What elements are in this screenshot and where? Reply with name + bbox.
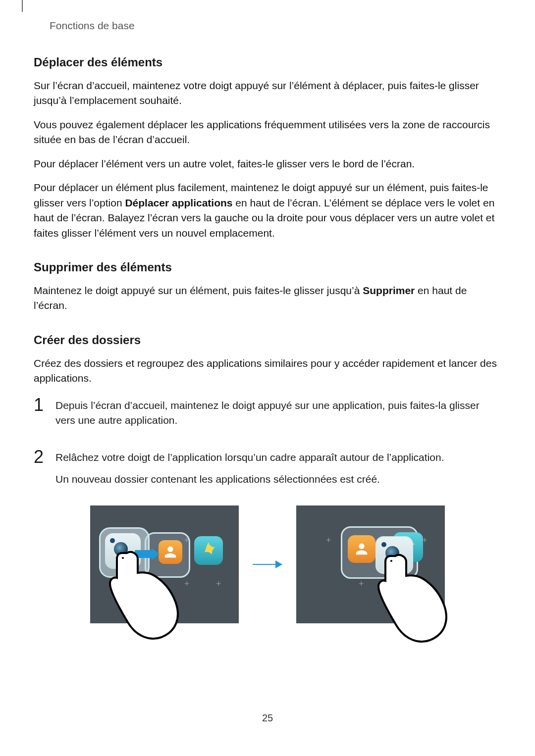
- flow-arrow-icon: [253, 558, 282, 570]
- move-p2: Vous pouvez également déplacer les appli…: [34, 117, 501, 148]
- move-p4: Pour déplacer un élément plus facilement…: [34, 180, 501, 241]
- step-1-number: 1: [34, 395, 55, 435]
- move-p1: Sur l’écran d’accueil, maintenez votre d…: [34, 78, 501, 108]
- step-2: 2 Relâchez votre doigt de l’application …: [34, 447, 501, 494]
- heading-move: Déplacer des éléments: [34, 55, 501, 69]
- heading-delete: Supprimer des éléments: [34, 260, 501, 274]
- folders-intro: Créez des dossiers et regroupez des appl…: [34, 356, 501, 386]
- grid-plus-icon: +: [216, 579, 221, 589]
- move-p4b: Déplacer applications: [125, 197, 232, 208]
- delete-p1: Maintenez le doigt appuyé sur un élément…: [34, 283, 501, 313]
- app-camera-icon: [375, 536, 413, 574]
- page-marker: [22, 0, 23, 12]
- delete-p1b: Supprimer: [363, 285, 415, 296]
- step-1: 1 Depuis l’écran d’accueil, maintenez le…: [34, 395, 501, 435]
- delete-p1a: Maintenez le doigt appuyé sur un élément…: [34, 285, 363, 296]
- grid-plus-icon: +: [184, 579, 190, 589]
- grid-plus-icon: +: [326, 535, 331, 546]
- figure-right-screen: + + + + +: [296, 505, 445, 623]
- heading-folders: Créer des dossiers: [34, 333, 501, 347]
- app-contacts-icon: [348, 535, 375, 563]
- move-p3: Pour déplacer l’élément vers un autre vo…: [34, 156, 501, 171]
- page-number: 25: [34, 712, 501, 724]
- step-1-text: Depuis l’écran d’accueil, maintenez le d…: [55, 398, 501, 428]
- grid-plus-icon: +: [390, 579, 396, 589]
- running-header: Fonctions de base: [34, 20, 501, 32]
- step-2-text-a: Relâchez votre doigt de l’application lo…: [55, 450, 444, 465]
- drag-arrow-icon: [135, 548, 160, 560]
- figure-left-screen: + + + +: [90, 505, 239, 623]
- step-2-number: 2: [34, 447, 55, 494]
- grid-plus-icon: +: [359, 579, 364, 589]
- app-gallery-icon: [194, 536, 223, 565]
- step-2-text-b: Un nouveau dossier contenant les applica…: [55, 472, 444, 487]
- figure-row: + + + +: [34, 505, 501, 623]
- app-contacts-icon: [159, 540, 182, 564]
